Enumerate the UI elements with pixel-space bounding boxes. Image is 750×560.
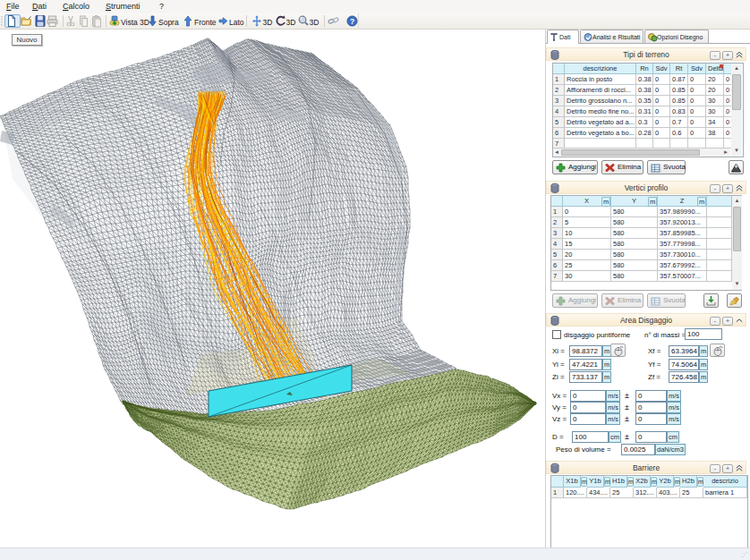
svg-text:?: ? <box>350 17 354 26</box>
